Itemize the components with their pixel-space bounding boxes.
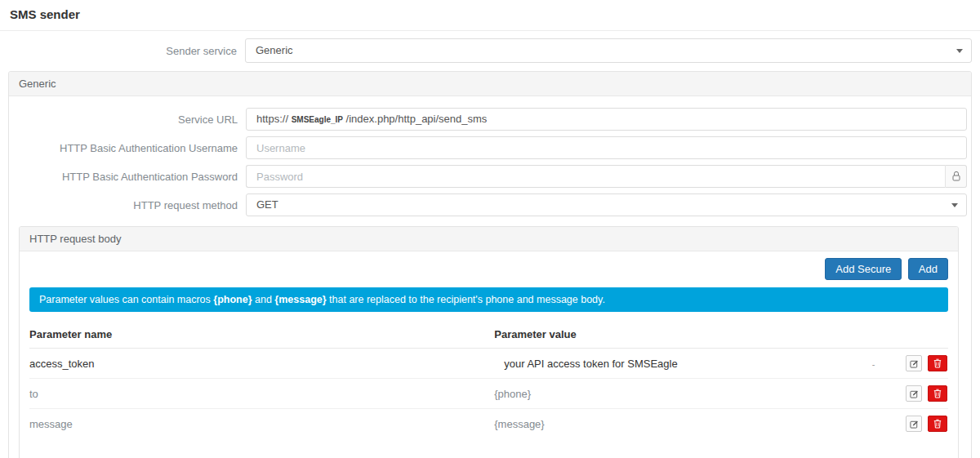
sender-service-select[interactable]: Generic xyxy=(245,38,972,63)
request-method-select[interactable]: GET xyxy=(246,193,967,216)
trash-icon xyxy=(933,358,942,368)
edit-icon xyxy=(910,420,919,429)
table-row: to {phone} xyxy=(29,379,948,409)
notice-text: Parameter values can contain macros xyxy=(39,294,213,305)
edit-button[interactable] xyxy=(906,416,922,432)
row-actions xyxy=(898,349,948,379)
add-secure-button[interactable]: Add Secure xyxy=(825,258,902,280)
param-name: message xyxy=(29,409,494,439)
delete-button[interactable] xyxy=(928,355,947,371)
add-buttons-row: Add Secure Add xyxy=(29,258,948,280)
http-request-body-content: Add Secure Add Parameter values can cont… xyxy=(20,251,958,458)
page-title: SMS sender xyxy=(10,7,970,21)
edit-button[interactable] xyxy=(906,385,922,402)
sender-service-label: Sender service xyxy=(0,45,245,57)
delete-button[interactable] xyxy=(928,385,947,402)
text-caret-artifact: - xyxy=(872,359,875,369)
delete-button[interactable] xyxy=(928,416,947,432)
service-url-input[interactable]: https:// SMSEagle_IP /index.php/http_api… xyxy=(246,108,967,131)
macros-notice-banner: Parameter values can contain macros {pho… xyxy=(29,287,948,312)
message-macro: {message} xyxy=(274,294,326,305)
generic-panel-title: Generic xyxy=(19,78,56,90)
password-row: HTTP Basic Authentication Password xyxy=(9,165,967,188)
generic-panel-body: Service URL https:// SMSEagle_IP /index.… xyxy=(9,96,971,458)
username-row: HTTP Basic Authentication Username xyxy=(9,136,967,159)
phone-macro: {phone} xyxy=(213,294,252,305)
sender-service-value: Generic xyxy=(256,44,293,56)
parameter-value-header: Parameter value xyxy=(494,321,898,349)
service-url-suffix: /index.php/http_api/send_sms xyxy=(343,113,487,125)
row-actions xyxy=(898,409,948,439)
request-method-row: HTTP request method GET xyxy=(9,193,967,216)
parameter-name-header: Parameter name xyxy=(29,321,494,349)
username-label: HTTP Basic Authentication Username xyxy=(9,142,246,154)
service-url-row: Service URL https:// SMSEagle_IP /index.… xyxy=(9,108,967,131)
request-method-label: HTTP request method xyxy=(9,199,246,211)
service-url-ip-token: SMSEagle_IP xyxy=(292,115,343,124)
page-header: SMS sender xyxy=(0,0,980,31)
chevron-down-icon xyxy=(951,203,958,207)
edit-icon xyxy=(910,389,919,398)
add-button[interactable]: Add xyxy=(908,258,948,280)
generic-panel-header: Generic xyxy=(9,72,971,96)
table-header-row: Parameter name Parameter value xyxy=(29,321,948,349)
notice-text: and xyxy=(252,294,275,305)
table-row: access_token your API access token for S… xyxy=(29,349,948,379)
request-method-value: GET xyxy=(256,198,278,211)
sms-sender-page: SMS sender Sender service Generic Generi… xyxy=(0,0,980,458)
row-actions xyxy=(898,379,948,409)
param-name: access_token xyxy=(29,349,494,379)
service-url-label: Service URL xyxy=(9,113,246,126)
chevron-down-icon xyxy=(956,49,963,53)
trash-icon xyxy=(933,389,942,398)
password-addon xyxy=(945,165,967,188)
param-value: {message} xyxy=(494,409,898,439)
http-request-body-header: HTTP request body xyxy=(20,227,958,251)
service-url-prefix: https:// xyxy=(256,113,292,125)
password-label: HTTP Basic Authentication Password xyxy=(9,171,246,183)
trash-icon xyxy=(933,419,942,429)
param-name: to xyxy=(29,379,494,409)
password-input[interactable] xyxy=(246,165,945,188)
sender-service-row: Sender service Generic xyxy=(0,38,972,63)
table-row: message {message} xyxy=(29,409,948,439)
lock-icon xyxy=(951,171,961,182)
generic-panel: Generic Service URL https:// SMSEagle_IP… xyxy=(8,71,972,458)
param-value: {phone} xyxy=(494,379,898,409)
edit-button[interactable] xyxy=(906,355,922,371)
actions-header xyxy=(898,321,948,349)
edit-icon xyxy=(910,359,919,368)
param-value-text: your API access token for SMSEagle xyxy=(504,358,677,370)
notice-text: that are replaced to the recipient's pho… xyxy=(327,294,605,305)
http-request-body-panel: HTTP request body Add Secure Add Paramet… xyxy=(19,226,959,458)
parameters-table: Parameter name Parameter value access_to… xyxy=(29,321,948,438)
param-value: your API access token for SMSEagle- xyxy=(494,349,898,379)
http-request-body-title: HTTP request body xyxy=(29,233,121,245)
username-input[interactable] xyxy=(246,136,967,159)
